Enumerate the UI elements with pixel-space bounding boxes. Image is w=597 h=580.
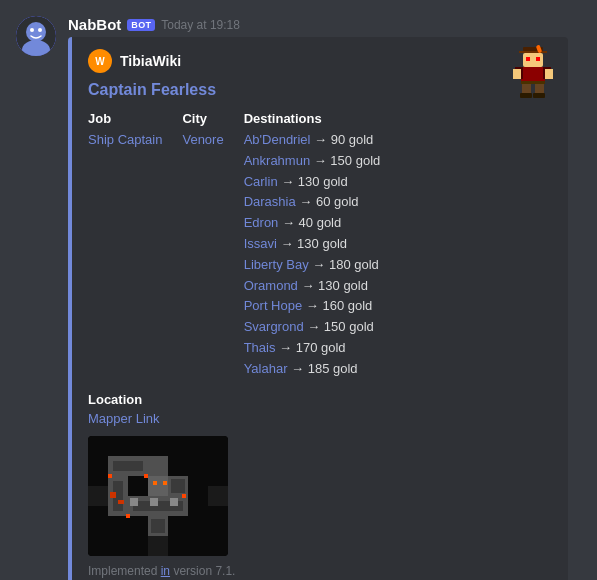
avatar (16, 16, 56, 56)
destination-link[interactable]: Oramond (244, 278, 298, 293)
svg-rect-14 (545, 69, 553, 79)
destination-link[interactable]: Thais (244, 340, 276, 355)
svg-rect-46 (163, 481, 167, 485)
destination-link[interactable]: Port Hope (244, 298, 303, 313)
message-header: NabBot BOT Today at 19:18 (68, 16, 581, 33)
svg-rect-13 (513, 69, 521, 79)
message: NabBot BOT Today at 19:18 (0, 0, 597, 580)
svg-rect-18 (533, 93, 545, 98)
svg-rect-8 (526, 57, 530, 61)
svg-rect-29 (113, 461, 143, 471)
svg-rect-6 (519, 51, 547, 53)
embed-title: Captain Fearless (88, 81, 552, 99)
footer-link[interactable]: in (161, 564, 170, 578)
destination-link[interactable]: Issavi (244, 236, 277, 251)
svg-rect-47 (88, 486, 108, 506)
destination-item: Liberty Bay → 180 gold (244, 255, 381, 276)
destinations-field: Destinations Ab'Dendriel → 90 goldAnkrah… (244, 111, 381, 380)
footer-text-before: Implemented (88, 564, 161, 578)
destination-item: Edron → 40 gold (244, 213, 381, 234)
destination-link[interactable]: Svargrond (244, 319, 304, 334)
job-field: Job Ship Captain (88, 111, 162, 380)
svg-point-3 (30, 28, 34, 32)
job-value: Ship Captain (88, 130, 162, 150)
svg-rect-44 (151, 519, 165, 533)
svg-text:W: W (95, 56, 105, 67)
destination-link[interactable]: Carlin (244, 174, 278, 189)
embed-fields: Job Ship Captain City Venore Destination… (88, 111, 552, 380)
destination-item: Ab'Dendriel → 90 gold (244, 130, 381, 151)
destination-link[interactable]: Edron (244, 215, 279, 230)
svg-rect-19 (521, 81, 545, 84)
destination-item: Thais → 170 gold (244, 338, 381, 359)
destination-item: Darashia → 60 gold (244, 192, 381, 213)
destination-item: Issavi → 130 gold (244, 234, 381, 255)
destination-item: Port Hope → 160 gold (244, 296, 381, 317)
bot-badge: BOT (127, 19, 155, 31)
embed-footer: Implemented in version 7.1. (88, 564, 552, 578)
svg-rect-9 (536, 57, 540, 61)
svg-rect-33 (108, 474, 112, 478)
destinations-label: Destinations (244, 111, 381, 126)
destination-item: Ankrahmun → 150 gold (244, 151, 381, 172)
npc-thumbnail (505, 45, 560, 100)
svg-rect-49 (148, 536, 168, 556)
mapper-link[interactable]: Mapper Link (88, 411, 552, 426)
svg-rect-40 (150, 498, 158, 506)
svg-rect-39 (130, 498, 138, 506)
svg-rect-45 (153, 481, 157, 485)
svg-rect-34 (144, 474, 148, 478)
svg-rect-28 (148, 456, 168, 476)
svg-point-4 (38, 28, 42, 32)
destination-item: Svargrond → 150 gold (244, 317, 381, 338)
svg-rect-37 (110, 492, 116, 498)
job-link[interactable]: Ship Captain (88, 132, 162, 147)
svg-rect-35 (126, 514, 130, 518)
city-label: City (182, 111, 223, 126)
timestamp: Today at 19:18 (161, 18, 240, 32)
embed-author-name: TibiaWiki (120, 53, 181, 69)
city-value: Venore (182, 130, 223, 150)
svg-rect-10 (521, 67, 545, 83)
destinations-list: Ab'Dendriel → 90 goldAnkrahmun → 150 gol… (244, 130, 381, 380)
message-content: NabBot BOT Today at 19:18 (68, 16, 581, 580)
svg-rect-41 (170, 498, 178, 506)
svg-rect-38 (118, 500, 124, 504)
location-section-title: Location (88, 392, 552, 407)
city-field: City Venore (182, 111, 223, 380)
svg-rect-42 (148, 476, 168, 496)
destination-link[interactable]: Liberty Bay (244, 257, 309, 272)
destination-item: Oramond → 130 gold (244, 276, 381, 297)
map-image (88, 436, 228, 556)
svg-point-1 (26, 22, 46, 42)
svg-rect-32 (171, 479, 185, 493)
svg-rect-48 (208, 486, 228, 506)
embed-author: W TibiaWiki (88, 49, 552, 73)
destination-link[interactable]: Darashia (244, 194, 296, 209)
destination-item: Carlin → 130 gold (244, 172, 381, 193)
embed-card: W TibiaWiki Captain Fearless Job Ship Ca… (68, 37, 568, 580)
city-link[interactable]: Venore (182, 132, 223, 147)
destination-item: Yalahar → 185 gold (244, 359, 381, 380)
svg-rect-17 (520, 93, 532, 98)
destination-link[interactable]: Ab'Dendriel (244, 132, 311, 147)
svg-rect-36 (182, 494, 186, 498)
destination-link[interactable]: Ankrahmun (244, 153, 310, 168)
username: NabBot (68, 16, 121, 33)
job-label: Job (88, 111, 162, 126)
footer-text-after: version 7.1. (170, 564, 235, 578)
destination-link[interactable]: Yalahar (244, 361, 288, 376)
embed-author-icon: W (88, 49, 112, 73)
